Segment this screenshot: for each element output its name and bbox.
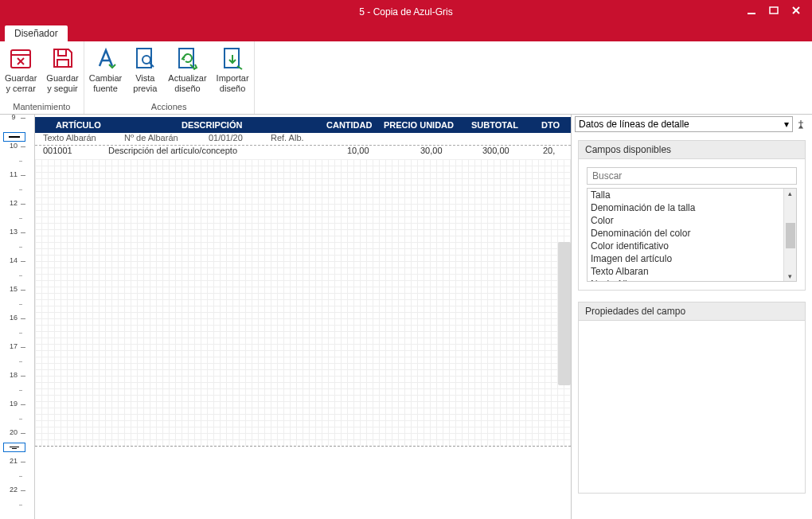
save-continue-button[interactable]: Guardar y seguir bbox=[41, 41, 83, 100]
ruler-number: 14 bbox=[8, 256, 19, 264]
data-dto: 20, bbox=[543, 146, 555, 155]
svg-point-12 bbox=[142, 56, 150, 64]
fields-search-input[interactable] bbox=[587, 167, 797, 185]
data-row: 001001 Descripción del artículo/concepto… bbox=[35, 146, 571, 158]
refresh-icon bbox=[174, 45, 201, 72]
preview-icon bbox=[131, 45, 158, 72]
field-item[interactable]: Color bbox=[588, 214, 783, 227]
scroll-up-icon[interactable]: ▴ bbox=[788, 189, 792, 198]
chevron-down-icon: ▾ bbox=[784, 119, 789, 130]
ruler-number: 12 bbox=[8, 199, 19, 207]
ruler-number: 19 bbox=[8, 400, 19, 408]
ribbon-tabs: Diseñador bbox=[0, 24, 812, 41]
field-properties-group: Propiedades del campo bbox=[578, 302, 806, 494]
col-descripcion: DESCRIPCIÓN bbox=[182, 120, 242, 130]
field-item[interactable]: Denominación de la talla bbox=[588, 201, 783, 214]
svg-rect-4 bbox=[11, 50, 30, 68]
fields-list: TallaDenominación de la tallaColorDenomi… bbox=[587, 188, 797, 282]
data-precio: 30,00 bbox=[420, 146, 443, 155]
field-item[interactable]: Imagen del artículo bbox=[588, 252, 783, 265]
minimize-button[interactable] bbox=[740, 2, 763, 19]
field-item[interactable]: Talla bbox=[588, 189, 783, 201]
refresh-design-button[interactable]: Actualizar diseño bbox=[163, 41, 211, 100]
tab-designer[interactable]: Diseñador bbox=[5, 25, 68, 41]
ruler-number: 9 bbox=[8, 115, 19, 121]
col-subtotal: SUBTOTAL bbox=[471, 120, 518, 130]
meta-ref: Ref. Alb. bbox=[271, 133, 304, 142]
data-source-value: Datos de líneas de detalle bbox=[579, 119, 689, 130]
meta-fecha: 01/01/20 bbox=[209, 133, 243, 142]
ruler-number: 13 bbox=[8, 228, 19, 236]
refresh-label: Actualizar diseño bbox=[168, 73, 206, 94]
data-codigo: 001001 bbox=[43, 146, 72, 155]
ruler-number: 10 bbox=[8, 142, 19, 150]
import-icon bbox=[219, 45, 246, 72]
detail-band[interactable] bbox=[35, 159, 571, 446]
font-icon bbox=[92, 45, 119, 72]
svg-rect-9 bbox=[57, 60, 68, 67]
preview-label: Vista previa bbox=[133, 73, 157, 94]
save-continue-label: Guardar y seguir bbox=[46, 73, 78, 94]
column-header-band: ARTÍCULO DESCRIPCIÓN CANTIDAD PRECIO UNI… bbox=[35, 117, 571, 133]
side-panel: Datos de líneas de detalle ▾ Campos disp… bbox=[572, 115, 812, 519]
col-precio: PRECIO UNIDAD bbox=[384, 120, 454, 130]
available-fields-title: Campos disponibles bbox=[579, 141, 805, 159]
design-canvas-area: 910111213141516171819202122 ARTÍCULO DES… bbox=[0, 115, 572, 519]
scroll-thumb[interactable] bbox=[786, 223, 795, 248]
change-font-label: Cambiar fuente bbox=[89, 73, 123, 94]
fields-scrollbar[interactable]: ▴ ▾ bbox=[783, 189, 796, 281]
col-dto: DTO bbox=[541, 120, 560, 130]
meta-row: Texto Albarán Nº de Albarán 01/01/20 Ref… bbox=[35, 133, 571, 146]
group-actions-label: Acciones bbox=[84, 100, 254, 114]
available-fields-group: Campos disponibles TallaDenominación de … bbox=[578, 140, 806, 291]
band-handle-header[interactable] bbox=[3, 132, 25, 142]
svg-rect-11 bbox=[137, 49, 151, 68]
maximize-button[interactable] bbox=[763, 2, 785, 19]
meta-texto-albaran: Texto Albarán bbox=[43, 133, 96, 142]
titlebar: 5 - Copia de Azul-Gris bbox=[0, 0, 812, 24]
footer-band[interactable] bbox=[35, 447, 571, 519]
save-icon bbox=[49, 45, 76, 72]
vertical-scrollbar[interactable] bbox=[558, 242, 571, 385]
svg-rect-1 bbox=[770, 7, 778, 14]
col-articulo: ARTÍCULO bbox=[56, 120, 101, 130]
band-handle-footer[interactable] bbox=[3, 443, 25, 452]
col-cantidad: CANTIDAD bbox=[326, 120, 372, 130]
design-canvas[interactable]: ARTÍCULO DESCRIPCIÓN CANTIDAD PRECIO UNI… bbox=[35, 115, 571, 519]
field-item[interactable]: Color identificativo bbox=[588, 240, 783, 252]
ruler-number: 22 bbox=[8, 486, 19, 494]
save-close-button[interactable]: Guardar y cerrar bbox=[0, 41, 41, 100]
svg-rect-8 bbox=[58, 49, 66, 56]
data-subtotal: 300,00 bbox=[482, 146, 509, 155]
ruler-number: 17 bbox=[8, 342, 19, 350]
data-cant: 10,00 bbox=[347, 146, 369, 155]
ribbon: Guardar y cerrar Guardar y seguir Manten… bbox=[0, 41, 812, 115]
data-source-combo[interactable]: Datos de líneas de detalle ▾ bbox=[575, 116, 793, 132]
preview-button[interactable]: Vista previa bbox=[127, 41, 163, 100]
ruler-number: 15 bbox=[8, 285, 19, 293]
field-properties-body bbox=[578, 320, 806, 494]
field-item[interactable]: Denominación del color bbox=[588, 227, 783, 240]
vertical-ruler: 910111213141516171819202122 bbox=[0, 115, 35, 519]
scroll-down-icon[interactable]: ▾ bbox=[788, 271, 792, 281]
change-font-button[interactable]: Cambiar fuente bbox=[84, 41, 127, 100]
ruler-number: 16 bbox=[8, 314, 19, 322]
field-item[interactable]: Nº de Albaran bbox=[588, 278, 783, 281]
import-label: Importar diseño bbox=[217, 73, 249, 94]
ruler-number: 18 bbox=[8, 371, 19, 379]
data-desc: Descripción del artículo/concepto bbox=[108, 146, 237, 155]
meta-num-albaran: Nº de Albarán bbox=[124, 133, 178, 142]
ruler-number: 11 bbox=[8, 170, 19, 178]
import-design-button[interactable]: Importar diseño bbox=[212, 41, 254, 100]
pin-panel-button[interactable] bbox=[796, 119, 809, 129]
window-title: 5 - Copia de Azul-Gris bbox=[359, 6, 452, 18]
group-maintenance-label: Mantenimiento bbox=[0, 100, 84, 114]
ruler-number: 21 bbox=[8, 457, 19, 465]
ruler-number: 20 bbox=[8, 428, 19, 436]
save-close-label: Guardar y cerrar bbox=[5, 73, 37, 94]
field-properties-title: Propiedades del campo bbox=[578, 302, 806, 320]
close-button[interactable] bbox=[785, 2, 807, 19]
field-item[interactable]: Texto Albaran bbox=[588, 265, 783, 278]
calendar-close-icon bbox=[7, 45, 34, 72]
